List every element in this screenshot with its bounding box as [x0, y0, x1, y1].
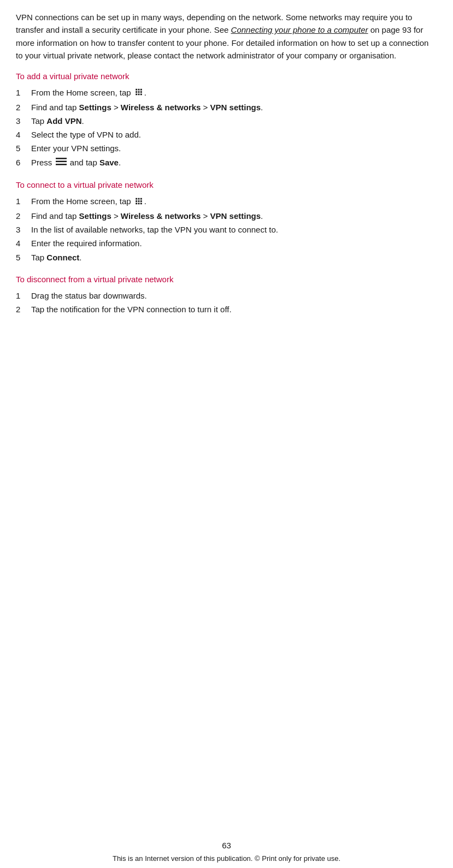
step-number: 3	[16, 223, 31, 236]
section-disconnect-vpn: To disconnect from a virtual private net…	[16, 275, 437, 316]
section-heading-add-vpn: To add a virtual private network	[16, 72, 437, 81]
svg-rect-18	[136, 203, 137, 204]
svg-rect-12	[136, 198, 137, 199]
step-number: 4	[16, 128, 31, 141]
apps-icon	[134, 195, 143, 208]
step-text: From the Home screen, tap	[31, 195, 437, 209]
svg-rect-2	[140, 89, 142, 91]
step-number: 5	[16, 251, 31, 264]
apps-icon	[134, 86, 143, 99]
list-item: 1 Drag the status bar downwards.	[16, 289, 437, 302]
svg-rect-17	[140, 200, 142, 202]
step-text: Press and tap Save.	[31, 156, 437, 170]
step-text: Enter the required information.	[31, 237, 437, 249]
step-text: Tap the notification for the VPN connect…	[31, 303, 437, 316]
step-number: 2	[16, 101, 31, 114]
step-number: 1	[16, 289, 31, 302]
section-heading-disconnect-vpn: To disconnect from a virtual private net…	[16, 275, 437, 284]
page-number: 63	[0, 841, 453, 850]
step-text: Find and tap Settings > Wireless & netwo…	[31, 210, 437, 222]
step-number: 6	[16, 156, 31, 170]
steps-list-disconnect-vpn: 1 Drag the status bar downwards. 2 Tap t…	[16, 289, 437, 316]
step-text: Tap Connect.	[31, 251, 437, 264]
list-item: 6 Press and tap Save.	[16, 156, 437, 170]
svg-rect-15	[136, 200, 137, 202]
page-footer: 63 This is an Internet version of this p…	[0, 832, 453, 868]
step-text: In the list of available networks, tap t…	[31, 223, 437, 236]
svg-rect-8	[140, 94, 142, 96]
svg-rect-20	[140, 203, 142, 204]
step-number: 4	[16, 237, 31, 249]
list-item: 4 Select the type of VPN to add.	[16, 128, 437, 141]
step-number: 1	[16, 195, 31, 209]
list-item: 1 From the Home screen, tap	[16, 195, 437, 209]
step-text: Drag the status bar downwards.	[31, 289, 437, 302]
steps-list-connect-vpn: 1 From the Home screen, tap	[16, 195, 437, 264]
svg-rect-1	[138, 89, 139, 91]
page-content: VPN connections can be set up in many wa…	[0, 0, 453, 359]
svg-rect-10	[56, 161, 67, 163]
footer-note: This is an Internet version of this publ…	[113, 854, 340, 863]
step-text: Tap Add VPN.	[31, 115, 437, 127]
section-add-vpn: To add a virtual private network 1 From …	[16, 72, 437, 169]
svg-rect-16	[138, 200, 139, 202]
list-item: 3 Tap Add VPN.	[16, 115, 437, 127]
step-number: 3	[16, 115, 31, 127]
menu-icon	[56, 156, 67, 169]
svg-rect-0	[136, 89, 137, 91]
list-item: 2 Tap the notification for the VPN conne…	[16, 303, 437, 316]
step-text: Select the type of VPN to add.	[31, 128, 437, 141]
svg-rect-9	[56, 158, 67, 159]
steps-list-add-vpn: 1 From the Home screen, tap	[16, 86, 437, 169]
svg-rect-4	[138, 91, 139, 93]
step-number: 1	[16, 86, 31, 100]
svg-rect-3	[136, 91, 137, 93]
list-item: 3 In the list of available networks, tap…	[16, 223, 437, 236]
list-item: 2 Find and tap Settings > Wireless & net…	[16, 101, 437, 114]
step-number: 5	[16, 142, 31, 154]
list-item: 4 Enter the required information.	[16, 237, 437, 249]
list-item: 5 Enter your VPN settings.	[16, 142, 437, 154]
step-text: Enter your VPN settings.	[31, 142, 437, 154]
list-item: 5 Tap Connect.	[16, 251, 437, 264]
list-item: 1 From the Home screen, tap	[16, 86, 437, 100]
svg-rect-5	[140, 91, 142, 93]
step-text: Find and tap Settings > Wireless & netwo…	[31, 101, 437, 114]
svg-rect-14	[140, 198, 142, 199]
svg-rect-19	[138, 203, 139, 204]
connecting-link: Connecting your phone to a computer	[231, 25, 368, 34]
svg-rect-7	[138, 94, 139, 96]
step-number: 2	[16, 210, 31, 222]
svg-rect-6	[136, 94, 137, 96]
step-number: 2	[16, 303, 31, 316]
svg-rect-13	[138, 198, 139, 199]
intro-paragraph: VPN connections can be set up in many wa…	[16, 11, 437, 62]
list-item: 2 Find and tap Settings > Wireless & net…	[16, 210, 437, 222]
svg-rect-11	[56, 164, 67, 165]
step-text: From the Home screen, tap	[31, 86, 437, 100]
section-heading-connect-vpn: To connect to a virtual private network	[16, 180, 437, 189]
section-connect-vpn: To connect to a virtual private network …	[16, 180, 437, 264]
